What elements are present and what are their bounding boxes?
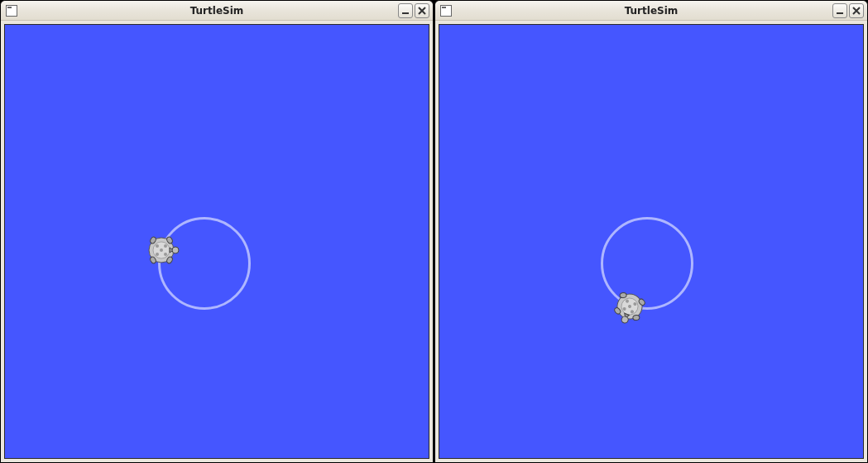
- svg-rect-13: [837, 12, 843, 14]
- window-title: TurtleSim: [1, 5, 433, 17]
- turtlesim-window-2: TurtleSim: [434, 0, 868, 463]
- turtle-sprite: [143, 232, 180, 268]
- svg-point-3: [172, 247, 179, 253]
- svg-point-17: [633, 315, 640, 321]
- titlebar[interactable]: TurtleSim: [435, 1, 867, 21]
- window-title: TurtleSim: [435, 5, 867, 17]
- canvas-area: [4, 24, 429, 459]
- window-controls: [832, 3, 864, 18]
- turtlesim-window-1: TurtleSim: [0, 0, 434, 463]
- close-button[interactable]: [849, 3, 864, 18]
- window-icon: [440, 5, 452, 17]
- minimize-button[interactable]: [832, 3, 847, 18]
- titlebar[interactable]: TurtleSim: [1, 1, 433, 21]
- turtlesim-canvas: [439, 25, 863, 458]
- turtlesim-canvas: [5, 25, 429, 458]
- svg-rect-0: [402, 12, 409, 14]
- window-icon: [6, 5, 17, 17]
- window-controls: [398, 3, 429, 18]
- close-button[interactable]: [415, 3, 429, 18]
- canvas-area: [439, 24, 864, 459]
- minimize-button[interactable]: [398, 3, 413, 18]
